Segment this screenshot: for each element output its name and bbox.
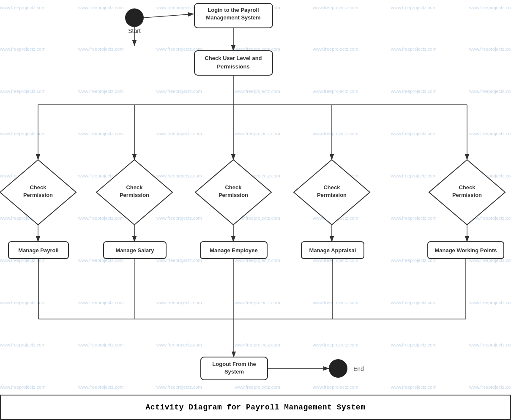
svg-text:Permission: Permission [219, 192, 248, 198]
svg-text:Check User Level and: Check User Level and [205, 55, 262, 61]
end-node [329, 359, 347, 378]
svg-text:Management System: Management System [206, 14, 260, 21]
svg-text:Permission: Permission [317, 192, 347, 198]
svg-text:Check: Check [126, 184, 143, 191]
svg-text:Check: Check [225, 184, 242, 191]
svg-text:System: System [224, 368, 244, 375]
svg-text:Permission: Permission [120, 192, 149, 198]
svg-text:Manage Working Points: Manage Working Points [434, 247, 497, 254]
svg-text:Check: Check [30, 184, 46, 191]
diagram-container: www.freeprojectz.com www.freeprojectz.co… [0, 0, 511, 420]
svg-text:Check: Check [323, 184, 340, 191]
svg-line-7 [144, 14, 194, 18]
svg-text:Manage Salary: Manage Salary [115, 247, 154, 254]
svg-text:Manage Appraisal: Manage Appraisal [309, 247, 356, 254]
svg-text:Manage Employee: Manage Employee [210, 247, 257, 254]
svg-text:Permission: Permission [452, 192, 482, 198]
title-text: Activity Diagram for Payroll Management … [146, 403, 366, 412]
start-node [125, 8, 144, 27]
svg-text:Permission: Permission [23, 192, 53, 198]
diagram-title: Activity Diagram for Payroll Management … [0, 395, 511, 420]
svg-text:Login to the Payroll: Login to the Payroll [208, 7, 259, 13]
svg-text:Permissions: Permissions [217, 63, 249, 70]
svg-text:Manage Payroll: Manage Payroll [18, 247, 58, 254]
end-label: End [353, 365, 364, 372]
check-user-level-box [194, 51, 273, 75]
svg-text:Check: Check [459, 184, 475, 191]
activity-diagram-svg: Start Login to the Payroll Management Sy… [0, 0, 511, 420]
svg-text:Logout From the: Logout From the [212, 361, 256, 367]
